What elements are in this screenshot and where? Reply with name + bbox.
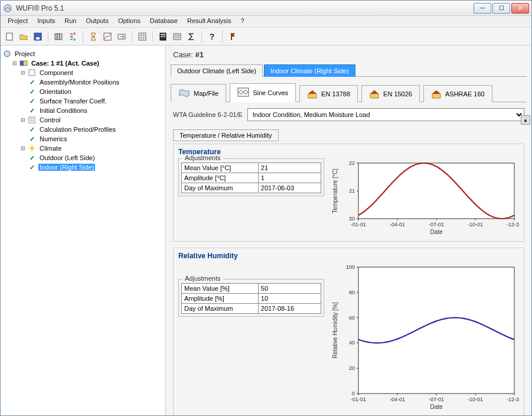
rh-adjustments: Adjustments Mean Value [%]50 Amplitude [… bbox=[178, 279, 324, 317]
svg-text:-07-01: -07-01 bbox=[429, 222, 444, 228]
sub-tab-map[interactable]: Map/File bbox=[171, 84, 226, 102]
chart-icon[interactable] bbox=[101, 30, 114, 43]
tree-orientation[interactable]: ✓Orientation bbox=[3, 87, 163, 96]
calc-icon[interactable] bbox=[156, 30, 169, 43]
tree-numerics[interactable]: ✓Numerics bbox=[3, 134, 163, 144]
temp-amp-value[interactable]: 1 bbox=[258, 173, 321, 183]
svg-text:21: 21 bbox=[349, 188, 355, 194]
menu-project[interactable]: Project bbox=[3, 16, 32, 27]
tree-component[interactable]: ⊟ Component bbox=[3, 68, 163, 77]
project-tree[interactable]: Project ⊟ Case: 1 #1 (Act. Case) ⊟ Compo… bbox=[1, 46, 166, 415]
tree-icon[interactable] bbox=[66, 30, 79, 43]
save-icon[interactable] bbox=[31, 30, 44, 43]
svg-text:100: 100 bbox=[346, 264, 355, 270]
sine-icon bbox=[237, 87, 249, 98]
sigma-icon[interactable] bbox=[185, 30, 198, 43]
svg-rect-13 bbox=[161, 34, 165, 35]
hourglass-icon[interactable] bbox=[87, 30, 100, 43]
control-icon bbox=[28, 116, 36, 124]
svg-text:-10-01: -10-01 bbox=[468, 396, 483, 402]
svg-text:22: 22 bbox=[349, 160, 355, 166]
menu-outputs[interactable]: Outputs bbox=[81, 16, 113, 27]
flag-icon[interactable] bbox=[226, 30, 239, 43]
tree-calc-period[interactable]: ✓Calculation Period/Profiles bbox=[3, 125, 163, 134]
toolbar: ? bbox=[1, 28, 531, 46]
expander-icon[interactable]: ⊟ bbox=[19, 69, 27, 76]
temp-dom-value[interactable]: 2017-06-03 bbox=[258, 183, 321, 193]
expander-icon[interactable]: ⊟ bbox=[19, 145, 27, 152]
guideline-row: WTA Guideline 6-2-01/E Indoor Condition,… bbox=[173, 108, 524, 121]
svg-text:-01-01: -01-01 bbox=[351, 222, 366, 228]
table-icon[interactable] bbox=[171, 30, 184, 43]
new-icon[interactable] bbox=[3, 30, 16, 43]
temp-section: Temperature Adjustments Mean Value [°C]2… bbox=[173, 144, 524, 242]
svg-rect-18 bbox=[231, 33, 232, 40]
close-button[interactable]: ✕ bbox=[511, 3, 529, 14]
svg-rect-3 bbox=[36, 37, 40, 40]
tab-indoor[interactable]: Indoor Climate (Right Side) bbox=[264, 64, 355, 77]
svg-point-19 bbox=[4, 51, 10, 57]
tree-root[interactable]: Project bbox=[3, 49, 163, 58]
menu-run[interactable]: Run bbox=[60, 16, 81, 27]
table-row: Day of Maximum2017-06-03 bbox=[182, 183, 321, 193]
tree-assembly[interactable]: ✓Assembly/Monitor Positions bbox=[3, 77, 163, 87]
svg-rect-11 bbox=[139, 33, 146, 40]
tree-initial[interactable]: ✓Initial Conditions bbox=[3, 106, 163, 115]
svg-rect-5 bbox=[57, 34, 60, 40]
menu-inputs[interactable]: Inputs bbox=[32, 16, 60, 27]
check-icon: ✓ bbox=[28, 125, 36, 134]
svg-text:20: 20 bbox=[349, 216, 355, 222]
expander-icon[interactable]: ⊟ bbox=[11, 60, 18, 67]
check-icon: ✓ bbox=[28, 154, 36, 162]
sub-tab-ashrae[interactable]: ASHRAE 160 bbox=[423, 85, 492, 102]
guideline-label: WTA Guideline 6-2-01/E bbox=[173, 111, 243, 118]
open-icon[interactable] bbox=[17, 30, 30, 43]
menu-options[interactable]: Options bbox=[113, 16, 145, 27]
svg-rect-21 bbox=[20, 61, 24, 66]
sub-tab-en15026[interactable]: EN 15026 bbox=[361, 85, 420, 102]
check-icon: ✓ bbox=[28, 78, 36, 86]
app-icon bbox=[3, 4, 12, 13]
sub-tab-en13788[interactable]: EN 13788 bbox=[299, 85, 358, 102]
maximize-button[interactable]: ☐ bbox=[492, 3, 510, 14]
tree-case[interactable]: ⊟ Case: 1 #1 (Act. Case) bbox=[3, 58, 163, 68]
menu-database[interactable]: Database bbox=[145, 16, 182, 27]
menu-help[interactable]: ? bbox=[236, 16, 249, 27]
tab-outdoor[interactable]: Outdoor Climate (Left Side) bbox=[171, 64, 263, 77]
map-icon bbox=[178, 88, 190, 99]
svg-rect-1 bbox=[6, 33, 12, 40]
export-icon[interactable] bbox=[115, 30, 128, 43]
scroll-up-icon[interactable]: ▲ bbox=[521, 115, 530, 125]
svg-rect-6 bbox=[60, 34, 62, 40]
guideline-select[interactable]: Indoor Condition, Medium Moisture Load bbox=[247, 108, 524, 121]
sub-tab-sine[interactable]: Sine Curves bbox=[230, 83, 296, 102]
grid-icon[interactable] bbox=[136, 30, 149, 43]
tree-outdoor[interactable]: ✓Outdoor (Left Side) bbox=[3, 153, 163, 162]
minimize-button[interactable]: ─ bbox=[474, 3, 491, 14]
temp-adjustments: Adjustments Mean Value [°C]21 Amplitude … bbox=[178, 158, 324, 196]
rh-dom-value[interactable]: 2017-08-16 bbox=[258, 304, 321, 314]
tree-indoor[interactable]: ✓Indoor (Right Side) bbox=[3, 162, 163, 172]
svg-point-8 bbox=[73, 38, 76, 41]
temp-mean-value[interactable]: 21 bbox=[258, 163, 321, 173]
check-icon: ✓ bbox=[28, 87, 36, 96]
check-icon: ✓ bbox=[28, 163, 36, 171]
assembly-icon[interactable] bbox=[52, 30, 65, 43]
svg-rect-16 bbox=[164, 36, 165, 37]
svg-text:Date: Date bbox=[430, 229, 443, 235]
tree-climate[interactable]: ⊟ Climate bbox=[3, 144, 163, 153]
svg-text:20: 20 bbox=[349, 365, 355, 371]
menu-result-analysis[interactable]: Result Analysis bbox=[182, 16, 236, 27]
help-icon[interactable]: ? bbox=[205, 30, 218, 43]
temp-rh-tab[interactable]: Temperature / Relative Humidity bbox=[173, 129, 279, 141]
rh-mean-value[interactable]: 50 bbox=[258, 284, 321, 294]
tree-control[interactable]: ⊟ Control bbox=[3, 115, 163, 125]
expander-icon[interactable]: ⊟ bbox=[19, 116, 27, 124]
svg-text:Temperature [°C]: Temperature [°C] bbox=[332, 168, 338, 213]
case-header: Case: #1 bbox=[166, 46, 531, 64]
temp-title: Temperature bbox=[178, 148, 519, 156]
rh-amp-value[interactable]: 10 bbox=[258, 294, 321, 304]
svg-text:40: 40 bbox=[349, 340, 355, 346]
svg-rect-23 bbox=[29, 117, 35, 123]
tree-surface[interactable]: ✓Surface Transfer Coeff. bbox=[3, 96, 163, 106]
